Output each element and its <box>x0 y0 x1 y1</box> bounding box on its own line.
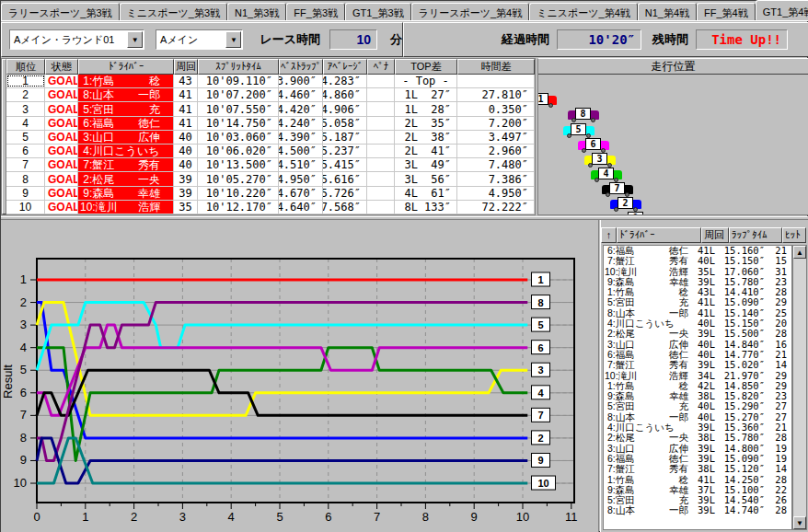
table-row[interactable]: 3GOAL 5:宮田充4110'07.550″14.420″14.906″1L … <box>6 102 535 116</box>
svg-text:9: 9 <box>20 453 27 467</box>
results-column-header: ｱﾍﾞﾚｰｼﾞ <box>323 59 367 75</box>
lap-list-column-header: ﾄﾞﾗｲﾊﾞｰ <box>617 227 701 243</box>
elapsed-value: 10'20″ <box>557 29 641 50</box>
svg-text:5: 5 <box>276 510 283 524</box>
race-clock-group: 経過時間 10'20″ 残時間 Time Up!! <box>403 22 808 57</box>
race-time-label: レース時間 <box>260 31 320 48</box>
remaining-label: 残時間 <box>652 31 688 48</box>
list-item[interactable]: 8:山本一郎39L14.740″28 <box>604 505 791 515</box>
tab-10[interactable]: GT1_第4戦 <box>756 0 808 20</box>
svg-text:1: 1 <box>82 510 88 524</box>
results-column-header: 状態 <box>45 59 78 75</box>
svg-text:4: 4 <box>20 341 27 354</box>
svg-text:11: 11 <box>565 510 578 524</box>
results-column-header: ﾍﾟﾅ <box>367 59 395 75</box>
series-car-9 <box>37 438 527 483</box>
chevron-down-icon[interactable]: ▼ <box>127 31 143 48</box>
svg-text:1: 1 <box>20 272 27 286</box>
end-label-car-9: 9 <box>532 453 550 467</box>
car-icon-5: 5 <box>563 123 594 138</box>
svg-text:2: 2 <box>20 295 27 309</box>
list-item[interactable]: 2:松尾一央39L15.500″28 <box>604 329 791 339</box>
driver-cell: 10:滝川浩輝 <box>78 201 174 214</box>
race-time-unit: 分 <box>390 31 402 48</box>
svg-text:5: 5 <box>537 319 543 330</box>
car-icon-8: 8 <box>568 108 599 122</box>
results-body: 1GOAL 1:竹島稔4310'09.110″13.900″14.283″- T… <box>6 75 535 214</box>
tab-6[interactable]: ラリースポーツ_第4戦 <box>411 3 530 20</box>
running-position-title: 走行位置 <box>538 59 808 75</box>
car-icon-2: 2 <box>610 197 641 212</box>
table-row[interactable]: 8GOAL 2:松尾一央3910'05.270″14.950″15.616″3L… <box>6 172 535 186</box>
table-row[interactable]: 10GOAL10:滝川浩輝3510'12.170″14.640″17.568″8… <box>6 201 535 214</box>
round-combobox[interactable]: Aメイン・ラウンド01 ▼ <box>9 29 144 50</box>
table-row[interactable]: 5GOAL 3:山口広伸4010'03.060″14.390″15.187″2L… <box>6 131 535 145</box>
table-row[interactable]: 1GOAL 1:竹島稔4310'09.110″13.900″14.283″- T… <box>6 75 535 88</box>
svg-text:4: 4 <box>537 387 544 399</box>
lap-list-header: ↑ﾄﾞﾗｲﾊﾞｰ周回ﾗｯﾌﾟﾀｲﾑﾋｯﾄ <box>601 227 808 243</box>
table-row[interactable]: 9GOAL 9:森島幸雄3910'10.220″14.670″15.726″4L… <box>6 187 535 201</box>
table-row[interactable]: 6GOAL 4:川口こういち4010'06.020″14.500″15.237″… <box>6 145 535 158</box>
tab-5[interactable]: GT1_第3戦 <box>345 3 411 20</box>
tab-7[interactable]: ミニスポーツ_第4戦 <box>529 3 638 20</box>
control-bar: Aメイン・ラウンド01 ▼ Aメイン ▼ レース時間 10 分 経過時間 10'… <box>1 22 808 57</box>
tab-4[interactable]: FF_第3戦 <box>286 3 345 20</box>
end-label-car-5: 5 <box>532 318 550 331</box>
svg-text:7: 7 <box>537 410 543 421</box>
list-item[interactable]: 2:松尾一央38L15.780″28 <box>604 433 791 443</box>
sort-ascending-button[interactable]: ↑ <box>601 227 617 243</box>
lap-list-column-header: 周回 <box>701 227 729 243</box>
scroll-down-icon[interactable]: ▼ <box>793 516 806 529</box>
results-column-header: ﾄﾞﾗｲﾊﾞｰ <box>78 59 174 75</box>
heat-combobox-value: Aメイン <box>156 33 225 47</box>
svg-text:3: 3 <box>20 318 27 331</box>
results-grid: 順位状態ﾄﾞﾗｲﾊﾞｰ周回ｽﾌﾟﾘｯﾄﾀｲﾑﾍﾞｽﾄﾗｯﾌﾟｱﾍﾞﾚｰｼﾞﾍﾟﾅ… <box>1 58 536 215</box>
driver-cell: 5:宮田充 <box>78 102 174 115</box>
car-icon-9: 9 <box>620 212 652 215</box>
driver-cell: 8:山本一郎 <box>78 88 174 101</box>
svg-text:3: 3 <box>537 364 543 376</box>
heat-combobox[interactable]: Aメイン ▼ <box>156 29 243 50</box>
series-car-4 <box>37 348 527 461</box>
table-row[interactable]: 2GOAL 8:山本一郎4110'07.200″14.460″14.860″1L… <box>6 88 535 102</box>
chevron-down-icon[interactable]: ▼ <box>225 31 241 48</box>
list-item[interactable]: 7:蟹江秀有39L15.020″14 <box>604 360 791 370</box>
car-icon-1: 1 <box>537 93 557 108</box>
svg-text:Result: Result <box>1 364 15 399</box>
results-column-header: 周回 <box>174 59 198 75</box>
tab-9[interactable]: FF_第4戦 <box>697 3 756 20</box>
svg-text:8: 8 <box>537 297 543 308</box>
elapsed-label: 経過時間 <box>502 31 549 48</box>
car-icon-6: 6 <box>578 138 609 153</box>
results-column-header: 順位 <box>6 59 45 75</box>
end-label-car-7: 7 <box>532 408 550 422</box>
car-icon-4: 4 <box>591 168 622 182</box>
svg-text:2: 2 <box>131 510 137 524</box>
position-chart-panel: 0123456789101112345678910Result185634729… <box>1 220 599 532</box>
tab-8[interactable]: N1_第4戦 <box>638 3 697 20</box>
tab-3[interactable]: N1_第3戦 <box>227 3 286 20</box>
tab-2[interactable]: ミニスポーツ_第3戦 <box>120 3 228 20</box>
round-combobox-value: Aメイン・ラウンド01 <box>10 33 126 47</box>
tab-1[interactable]: ラリースポーツ_第3戦 <box>1 3 120 20</box>
driver-cell: 1:竹島稔 <box>78 75 174 87</box>
table-row[interactable]: 7GOAL 7:蟹江秀有4010'13.500″14.510″15.415″3L… <box>6 158 535 172</box>
table-row[interactable]: 4GOAL 6:福島徳仁4110'14.750″14.240″15.058″2L… <box>6 117 535 131</box>
lap-list-column-header: ﾋｯﾄ <box>782 227 806 243</box>
scroll-up-icon[interactable]: ▲ <box>793 246 806 259</box>
svg-text:4: 4 <box>228 510 235 524</box>
car-icon-3: 3 <box>584 153 616 168</box>
list-item[interactable]: 7:蟹江秀有40L15.150″15 <box>604 256 791 266</box>
series-car-5 <box>37 303 527 371</box>
end-label-car-3: 3 <box>532 363 550 376</box>
svg-text:6: 6 <box>537 342 543 353</box>
tab-bar: ラリースポーツ_第3戦ミニスポーツ_第3戦N1_第3戦FF_第3戦GT1_第3戦… <box>1 1 808 21</box>
race-time-input[interactable]: 10 <box>329 29 377 50</box>
results-column-header: TOP差 <box>395 59 457 75</box>
lap-list-scrollbar[interactable]: ▲ ▼ <box>792 245 807 530</box>
driver-cell: 3:山口広伸 <box>78 131 174 144</box>
svg-text:9: 9 <box>537 455 543 466</box>
list-item[interactable]: 7:蟹江秀有38L15.120″14 <box>604 464 791 474</box>
results-header-row: 順位状態ﾄﾞﾗｲﾊﾞｰ周回ｽﾌﾟﾘｯﾄﾀｲﾑﾍﾞｽﾄﾗｯﾌﾟｱﾍﾞﾚｰｼﾞﾍﾟﾅ… <box>6 59 535 75</box>
svg-text:5: 5 <box>20 363 27 376</box>
